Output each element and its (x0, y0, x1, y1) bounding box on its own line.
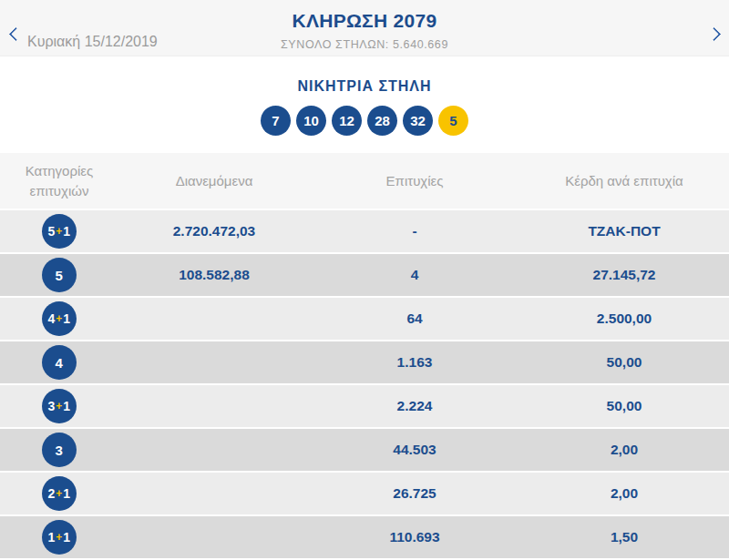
winners-cell: 4 (310, 267, 519, 283)
plus-sign: + (56, 487, 63, 500)
category-number: 2 (47, 486, 55, 501)
category-cell: 4 (0, 345, 118, 380)
header-prize: Κέρδη ανά επιτυχία (519, 171, 729, 191)
winning-number-ball: 32 (403, 106, 433, 136)
table-row: 2+126.7252,00 (0, 473, 729, 514)
plus-sign: + (56, 400, 63, 412)
table-row: 5108.582,88427.145,72 (0, 254, 729, 296)
table-row: 4+1642.500,00 (0, 298, 729, 340)
category-joker-number: 1 (63, 399, 70, 413)
category-ball: 5 (42, 258, 77, 292)
prize-cell: 50,00 (519, 398, 729, 414)
plus-sign: + (56, 312, 63, 325)
draw-header: Κυριακή 15/12/2019 ΚΛΗΡΩΣΗ 2079 ΣΥΝΟΛΟ Σ… (0, 0, 729, 56)
distributed-cell: 108.582,88 (118, 267, 310, 283)
prize-cell: 2,00 (519, 485, 729, 502)
distributed-cell: 2.720.472,03 (118, 223, 310, 239)
prize-cell: 27.145,72 (519, 267, 729, 283)
category-joker-number: 1 (63, 530, 70, 545)
category-cell: 1+1 (0, 520, 118, 555)
category-ball: 3+1 (42, 389, 77, 423)
winners-cell: 2.224 (310, 398, 519, 414)
results-table-body: 5+12.720.472,03-ΤΖΑΚ-ΠΟΤ5108.582,88427.1… (0, 210, 729, 558)
chevron-left-icon (8, 26, 23, 41)
winning-column-section: ΝΙΚΗΤΡΙΑ ΣΤΗΛΗ 7101228325 (0, 56, 729, 153)
winning-numbers: 7101228325 (0, 106, 729, 136)
draw-date: Κυριακή 15/12/2019 (27, 34, 158, 50)
results-table: Κατηγορίες επιτυχιών Διανεμόμενα Επιτυχί… (0, 153, 729, 558)
category-cell: 3+1 (0, 389, 118, 423)
winning-joker-ball: 5 (438, 106, 468, 136)
winners-cell: 110.693 (310, 529, 519, 545)
plus-sign: + (56, 225, 63, 238)
category-cell: 5+1 (0, 214, 118, 249)
table-row: 3+12.22450,00 (0, 385, 729, 427)
category-ball: 4 (42, 345, 77, 380)
category-cell: 5 (0, 258, 118, 292)
winning-number-ball: 7 (261, 106, 291, 136)
winners-cell: - (310, 223, 519, 239)
category-number: 3 (47, 399, 55, 413)
category-ball: 5+1 (42, 214, 77, 249)
category-cell: 4+1 (0, 301, 118, 336)
previous-draw-button[interactable] (4, 22, 27, 46)
category-joker-number: 1 (63, 311, 70, 326)
prize-cell: 1,50 (519, 529, 729, 545)
next-draw-button[interactable] (702, 22, 725, 46)
winners-cell: 44.503 (310, 442, 519, 458)
chevron-right-icon (706, 26, 721, 41)
category-ball: 1+1 (42, 520, 77, 555)
header-category: Κατηγορίες επιτυχιών (0, 161, 118, 201)
category-cell: 2+1 (0, 476, 118, 511)
header-distributed: Διανεμόμενα (118, 171, 310, 191)
header-winners: Επιτυχίες (310, 171, 519, 191)
plus-sign: + (56, 531, 63, 544)
winners-cell: 1.163 (310, 354, 519, 371)
category-ball: 3 (42, 433, 77, 467)
prize-cell: 50,00 (519, 354, 729, 371)
table-row: 5+12.720.472,03-ΤΖΑΚ-ΠΟΤ (0, 210, 729, 252)
category-ball: 2+1 (42, 476, 77, 511)
table-row: 41.16350,00 (0, 341, 729, 383)
results-table-header: Κατηγορίες επιτυχιών Διανεμόμενα Επιτυχί… (0, 153, 729, 209)
winning-column-title: ΝΙΚΗΤΡΙΑ ΣΤΗΛΗ (0, 56, 729, 95)
category-number: 5 (47, 224, 55, 239)
table-row: 344.5032,00 (0, 429, 729, 471)
category-cell: 3 (0, 433, 118, 467)
winning-number-ball: 28 (367, 106, 397, 136)
winners-cell: 26.725 (310, 485, 519, 502)
category-joker-number: 1 (63, 224, 70, 239)
category-number: 1 (47, 530, 55, 545)
prize-cell: 2.500,00 (519, 311, 729, 327)
category-joker-number: 1 (63, 486, 70, 501)
category-ball: 4+1 (42, 301, 77, 336)
category-number: 4 (47, 311, 55, 326)
winning-number-ball: 12 (332, 106, 362, 136)
winners-cell: 64 (310, 311, 519, 327)
draw-title: ΚΛΗΡΩΣΗ 2079 (0, 10, 729, 32)
prize-cell: 2,00 (519, 442, 729, 458)
table-row: 1+1110.6931,50 (0, 516, 729, 558)
prize-cell: ΤΖΑΚ-ΠΟΤ (519, 223, 729, 239)
winning-number-ball: 10 (296, 106, 326, 136)
